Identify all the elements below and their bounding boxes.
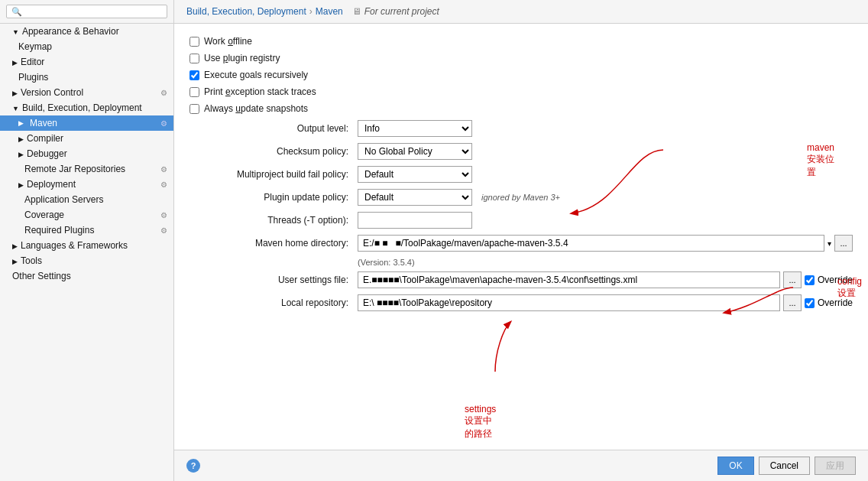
plugin-update-policy-label: Plugin update policy: [189, 192, 358, 203]
settings-icon: ⚙ [160, 211, 167, 219]
sidebar-item-version-control[interactable]: ▶Version Control ⚙ [0, 85, 173, 100]
threads-input[interactable] [358, 212, 472, 229]
maven-home-dropdown[interactable]: ▾ [828, 239, 831, 248]
chevron-right-icon: ▶ [18, 119, 24, 127]
search-input[interactable] [6, 5, 167, 18]
print-exception-checkbox[interactable] [189, 87, 199, 97]
sidebar-item-keymap[interactable]: Keymap [0, 39, 173, 54]
maven-home-row: Maven home directory: ▾ ... [189, 235, 853, 252]
annotation-maven-install-text: maven安装位置 [807, 142, 834, 179]
checkbox-work-offline[interactable]: Work offline [189, 36, 853, 47]
user-settings-label: User settings file: [189, 275, 358, 285]
execute-goals-checkbox[interactable] [189, 70, 199, 80]
checkbox-print-exception[interactable]: Print exception stack traces [189, 86, 853, 97]
sidebar-item-required-plugins[interactable]: Required Plugins ⚙ [0, 223, 173, 238]
local-repository-override-checkbox[interactable] [805, 298, 815, 308]
user-settings-browse-button[interactable]: ... [783, 271, 802, 288]
chevron-right-icon: ▶ [12, 59, 18, 67]
multiproject-policy-row: Multiproject build fail policy: Default … [189, 166, 853, 183]
local-repository-label: Local repository: [189, 297, 358, 308]
output-level-select[interactable]: Info Debug Quiet [358, 120, 472, 137]
settings-icon: ⚙ [160, 165, 167, 174]
multiproject-policy-label: Multiproject build fail policy: [189, 169, 358, 180]
threads-control [358, 212, 853, 229]
settings-icon: ⚙ [160, 226, 167, 235]
sidebar-item-languages-frameworks[interactable]: ▶Languages & Frameworks [0, 238, 173, 253]
ok-button[interactable]: OK [717, 457, 753, 475]
checkbox-execute-goals[interactable]: Execute goals recursively [189, 70, 853, 80]
local-repository-input[interactable] [358, 294, 780, 311]
maven-version-text: (Version: 3.5.4) [358, 258, 853, 267]
output-level-control: Info Debug Quiet [358, 120, 853, 137]
chevron-right-icon: ▶ [12, 258, 18, 265]
always-update-label: Always update snapshots [204, 103, 308, 114]
user-settings-override-checkbox[interactable] [805, 275, 815, 285]
chevron-right-icon: ▶ [18, 135, 24, 143]
breadcrumb-link-2[interactable]: Maven [316, 6, 343, 17]
maven-home-browse-button[interactable]: ... [834, 235, 853, 252]
multiproject-policy-control: Default At End Never [358, 166, 853, 183]
chevron-down-icon: ▼ [12, 105, 19, 112]
plugin-update-policy-select[interactable]: Default Force update Never update [358, 189, 472, 206]
output-level-label: Output level: [189, 123, 358, 134]
work-offline-label: Work offline [204, 36, 252, 47]
chevron-right-icon: ▶ [12, 242, 18, 250]
checkbox-use-plugin-registry[interactable]: Use plugin registry [189, 53, 853, 63]
sidebar-item-coverage[interactable]: Coverage ⚙ [0, 207, 173, 223]
annotation-config-text: config设置 [837, 276, 862, 300]
print-exception-label: Print exception stack traces [204, 86, 316, 97]
sidebar-item-editor[interactable]: ▶Editor [0, 54, 173, 70]
checkbox-always-update[interactable]: Always update snapshots [189, 103, 853, 114]
breadcrumb: Build, Execution, Deployment › Maven 🖥 F… [174, 0, 868, 24]
settings-icon: ⚙ [160, 89, 167, 97]
breadcrumb-separator: › [309, 6, 313, 17]
use-plugin-registry-checkbox[interactable] [189, 54, 199, 63]
form-section: Output level: Info Debug Quiet Checksum … [189, 120, 853, 311]
always-update-checkbox[interactable] [189, 104, 199, 114]
user-settings-control: ... Override [358, 271, 853, 288]
execute-goals-label: Execute goals recursively [204, 70, 308, 80]
threads-row: Threads (-T option): [189, 212, 853, 229]
chevron-down-icon: ▼ [12, 28, 19, 36]
plugin-update-policy-control: Default Force update Never update ignore… [358, 189, 853, 206]
cancel-button[interactable]: Cancel [759, 457, 810, 475]
local-repository-control: ... Override [358, 294, 853, 311]
sidebar-item-deployment[interactable]: ▶Deployment ⚙ [0, 177, 173, 192]
multiproject-policy-select[interactable]: Default At End Never [358, 166, 472, 183]
sidebar-item-debugger[interactable]: ▶Debugger [0, 146, 173, 161]
output-level-row: Output level: Info Debug Quiet [189, 120, 853, 137]
sidebar-item-compiler[interactable]: ▶Compiler [0, 131, 173, 146]
sidebar-item-tools[interactable]: ▶Tools [0, 253, 173, 268]
ignored-text: ignored by Maven 3+ [481, 193, 560, 202]
sidebar-item-remote-jar[interactable]: Remote Jar Repositories ⚙ [0, 161, 173, 177]
user-settings-row: User settings file: ... Override [189, 271, 853, 288]
plugin-update-policy-row: Plugin update policy: Default Force upda… [189, 189, 853, 206]
settings-icon: ⚙ [160, 119, 167, 128]
user-settings-input[interactable] [358, 271, 780, 288]
sidebar-item-maven[interactable]: ▶Maven ⚙ [0, 115, 173, 131]
maven-home-input[interactable] [358, 235, 824, 252]
help-button[interactable]: ? [186, 459, 200, 473]
chevron-right-icon: ▶ [18, 151, 24, 158]
maven-home-label: Maven home directory: [189, 238, 358, 249]
sidebar-item-application-servers[interactable]: Application Servers [0, 192, 173, 207]
annotation-settings-path-text: settings设置中的路径 [465, 404, 496, 440]
local-repository-browse-button[interactable]: ... [783, 294, 802, 311]
maven-home-control: ▾ ... [358, 235, 853, 252]
use-plugin-registry-label: Use plugin registry [204, 53, 280, 63]
project-icon: 🖥 [352, 6, 361, 17]
threads-label: Threads (-T option): [189, 215, 358, 226]
work-offline-checkbox[interactable] [189, 37, 199, 47]
apply-button[interactable]: 应用 [815, 457, 856, 475]
sidebar-item-build-execution[interactable]: ▼Build, Execution, Deployment [0, 100, 173, 115]
search-box[interactable] [0, 0, 173, 24]
sidebar-item-other-settings[interactable]: Other Settings [0, 268, 173, 284]
chevron-right-icon: ▶ [12, 89, 18, 97]
sidebar-item-appearance-behavior[interactable]: ▼Appearance & Behavior [0, 24, 173, 39]
breadcrumb-link-1[interactable]: Build, Execution, Deployment [186, 6, 306, 17]
checksum-policy-select[interactable]: No Global Policy Strict Warn [358, 143, 472, 160]
sidebar-item-plugins[interactable]: Plugins [0, 70, 173, 85]
checksum-policy-control: No Global Policy Strict Warn [358, 143, 853, 160]
sidebar: ▼Appearance & Behavior Keymap ▶Editor Pl… [0, 0, 174, 481]
bottom-bar: ? OK Cancel 应用 [174, 450, 868, 481]
